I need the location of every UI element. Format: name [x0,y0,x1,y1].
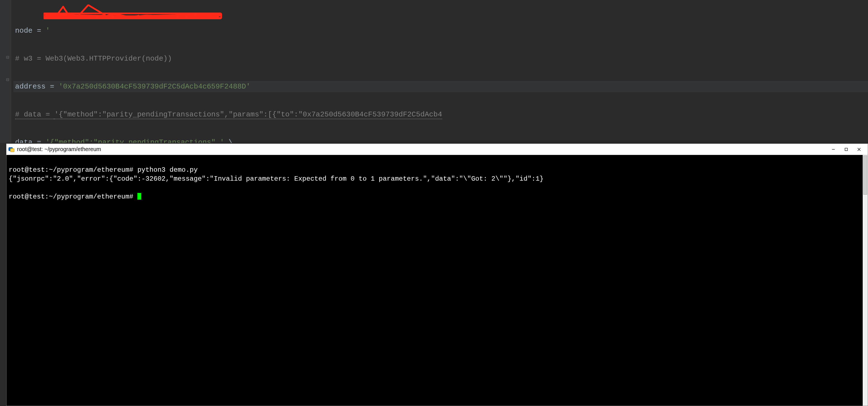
terminal-body[interactable]: root@test:~/pyprogram/ethereum# python3 … [6,155,868,406]
code-line[interactable]: node = ' [13,25,868,36]
scrollbar-thumb[interactable] [863,156,867,195]
line-continuation: \ [224,138,233,143]
fold-start-icon: ⊟ [6,55,10,60]
operator: = [32,27,45,35]
variable: address [15,82,45,91]
terminal-titlebar[interactable]: root@test: ~/pyprogram/ethereum [6,144,868,155]
code-line[interactable]: address = '0x7a250d5630B4cF539739dF2C5dA… [13,81,868,92]
fold-end-icon: ⊟ [6,77,10,82]
svg-rect-4 [845,148,847,151]
cursor-icon [137,193,141,200]
variable: node [15,27,32,35]
comment: # data = [15,110,54,119]
svg-rect-2 [10,149,14,152]
minimize-button[interactable] [827,145,840,154]
terminal-icon [8,146,15,153]
editor-gutter: ⊟ ⊟ [0,0,11,143]
code-line[interactable]: # w3 = Web3(Web3.HTTPProvider(node)) [13,53,868,64]
operator: = [45,82,59,91]
terminal-title: root@test: ~/pyprogram/ethereum [17,146,101,152]
terminal-prompt: root@test:~/pyprogram/ethereum# [9,193,137,200]
code-lines[interactable]: node = ' # w3 = Web3(Web3.HTTPProvider(n… [13,8,868,143]
terminal-output: {"jsonrpc":"2.0","error":{"code":-32602,… [9,175,544,183]
close-button[interactable] [852,145,866,154]
code-line[interactable]: data = '{"method":"parity_pendingTransac… [13,137,868,143]
terminal-window: root@test: ~/pyprogram/ethereum root@tes… [6,144,868,406]
string: '0x7a250d5630B4cF539739dF2C5dAcb4c659F24… [59,82,250,91]
terminal-scrollbar[interactable] [863,155,868,406]
string: '{"method":"parity_pendingTransactions",… [45,138,224,143]
comment: '{"method":"parity_pendingTransactions",… [54,110,442,119]
code-line[interactable]: # data = '{"method":"parity_pendingTrans… [13,109,868,120]
code-editor[interactable]: ⊟ ⊟ node = ' # w3 = Web3(Web3.HTTPProvid… [0,0,868,143]
terminal-command-line: root@test:~/pyprogram/ethereum# python3 … [9,166,198,174]
comment: # w3 = Web3(Web3.HTTPProvider(node)) [15,55,172,63]
string-quote: ' [45,27,50,35]
variable: data [15,138,32,143]
maximize-button[interactable] [840,145,852,154]
operator: = [32,138,45,143]
